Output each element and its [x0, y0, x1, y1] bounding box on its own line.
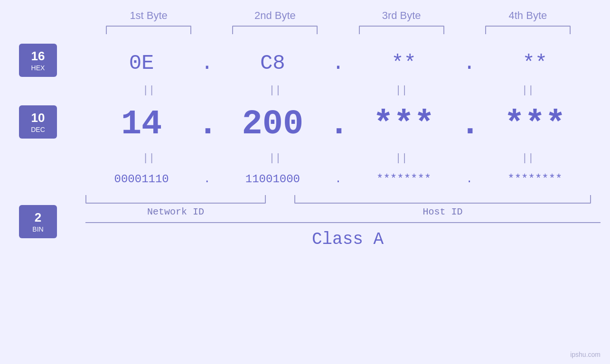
hex-row: 0E . C8 . ** . ** [76, 44, 591, 83]
eq2-b3: || [359, 150, 444, 166]
bracket-host [294, 195, 591, 204]
bracket-network [85, 195, 266, 204]
hex-base-num: 16 [31, 49, 45, 64]
hex-b2: C8 [216, 47, 328, 80]
top-brackets [76, 26, 591, 34]
hex-b1: 0E [85, 47, 197, 80]
bracket-byte2 [232, 26, 318, 34]
eq2-b1: || [106, 150, 191, 166]
byte4-header: 4th Byte [485, 9, 571, 22]
dot-dec-1: . [197, 105, 216, 144]
eq1-b1: || [106, 83, 191, 98]
dec-row: 14 . 200 . *** . *** [76, 98, 591, 150]
byte3-header: 3rd Byte [359, 9, 444, 22]
dot-dec-2: . [329, 105, 348, 144]
bracket-byte1 [106, 26, 191, 34]
dot-bin-1: . [197, 173, 216, 186]
bin-b2: 11001000 [216, 168, 328, 190]
dec-b4: *** [479, 100, 591, 149]
dec-base-badge: 10 DEC [19, 105, 57, 139]
bin-base-num: 2 [35, 210, 41, 225]
dot-dec-3: . [460, 105, 479, 144]
eq1-b4: || [485, 83, 571, 98]
dec-b1: 14 [85, 100, 197, 149]
dot-hex-2: . [329, 51, 348, 75]
bottom-brackets [76, 195, 591, 204]
content-rows: 16 HEX 0E . C8 . ** . ** || || || || 10 … [76, 44, 591, 249]
byte-headers: 1st Byte 2nd Byte 3rd Byte 4th Byte [76, 9, 591, 22]
eq1-b3: || [359, 83, 444, 98]
host-id-label: Host ID [294, 206, 591, 217]
equals-row-1: || || || || [76, 83, 591, 98]
bin-row: 00001110 . 11001000 . ******** . *******… [76, 166, 591, 192]
equals-row-2: || || || || [76, 150, 591, 166]
hex-b4: ** [479, 47, 591, 80]
dot-hex-3: . [460, 51, 479, 75]
bin-base-badge: 2 BIN [19, 205, 57, 238]
class-row: Class A [85, 222, 601, 249]
bracket-byte3 [359, 26, 444, 34]
dot-bin-3: . [460, 173, 479, 186]
dec-base-name: DEC [31, 126, 45, 133]
hex-base-name: HEX [31, 64, 45, 72]
dec-base-num: 10 [31, 111, 45, 125]
hex-b3: ** [348, 47, 460, 80]
bin-b3: ******** [348, 168, 460, 190]
id-gap [266, 206, 294, 217]
byte1-header: 1st Byte [106, 9, 191, 22]
eq2-b4: || [485, 150, 571, 166]
bracket-gap [266, 195, 294, 204]
bin-base-name: BIN [32, 225, 43, 233]
bin-b1: 00001110 [85, 168, 197, 190]
id-labels: Network ID Host ID [76, 206, 591, 217]
network-id-label: Network ID [85, 206, 266, 217]
hex-base-badge: 16 HEX [19, 44, 57, 77]
eq1-b2: || [232, 83, 318, 98]
bracket-byte4 [485, 26, 571, 34]
bin-b4: ******** [479, 168, 591, 190]
dot-hex-1: . [197, 51, 216, 75]
main-container: 1st Byte 2nd Byte 3rd Byte 4th Byte 16 H… [0, 0, 610, 364]
dec-b3: *** [348, 100, 460, 149]
watermark: ipshu.com [570, 351, 601, 358]
eq2-b2: || [232, 150, 318, 166]
class-label: Class A [312, 230, 384, 249]
dot-bin-2: . [329, 173, 348, 186]
dec-b2: 200 [216, 100, 328, 149]
byte2-header: 2nd Byte [232, 9, 318, 22]
